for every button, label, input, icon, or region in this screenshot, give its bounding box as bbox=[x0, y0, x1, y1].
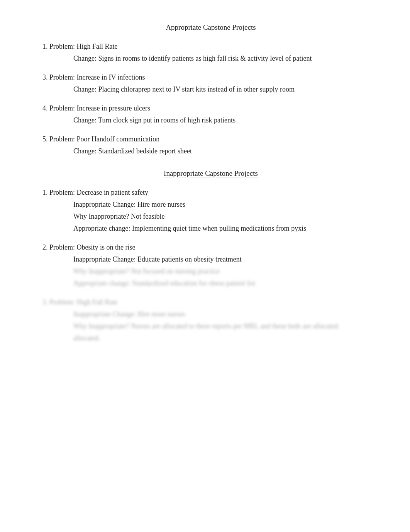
inappropriate-change-1: Inappropriate Change: Hire more nurses bbox=[73, 201, 379, 209]
inappropriate-problem-heading-3: 3. Problem: High Fall Rate bbox=[42, 298, 379, 306]
problem-heading-1: 1. Problem: High Fall Rate bbox=[42, 42, 379, 51]
appropriate-item-5: 5. Problem: Poor Handoff communication C… bbox=[42, 135, 379, 155]
inappropriate-change-3: Inappropriate Change: Hire more nurses bbox=[73, 310, 379, 318]
inappropriate-change-2: Inappropriate Change: Educate patients o… bbox=[73, 255, 379, 263]
change-line-1: Change: Signs in rooms to identify patie… bbox=[73, 54, 379, 63]
problem-heading-4: 4. Problem: Increase in pressure ulcers bbox=[42, 104, 379, 112]
inappropriate-item-2: 2. Problem: Obesity is on the rise Inapp… bbox=[42, 243, 379, 287]
appropriate-item-3: 3. Problem: Increase in IV infections Ch… bbox=[42, 73, 379, 93]
why-inappropriate-1: Why Inappropriate? Not feasible bbox=[73, 212, 379, 221]
inappropriate-problem-heading-1: 1. Problem: Decrease in patient safety bbox=[42, 189, 379, 197]
change-line-5: Change: Standardized bedside report shee… bbox=[73, 147, 379, 155]
inappropriate-item-1: 1. Problem: Decrease in patient safety I… bbox=[42, 189, 379, 233]
appropriate-change-1: Appropriate change: Implementing quiet t… bbox=[73, 224, 379, 233]
appropriate-item-1: 1. Problem: High Fall Rate Change: Signs… bbox=[42, 42, 379, 63]
why-inappropriate-3: Why Inappropriate? Nurses are allocated … bbox=[73, 322, 379, 330]
section-title-inappropriate: Inappropriate Capstone Projects bbox=[42, 169, 379, 178]
problem-heading-5: 5. Problem: Poor Handoff communication bbox=[42, 135, 379, 143]
change-line-4: Change: Turn clock sign put in rooms of … bbox=[73, 116, 379, 124]
inappropriate-problem-heading-2: 2. Problem: Obesity is on the rise bbox=[42, 243, 379, 252]
inappropriate-item-3: 3. Problem: High Fall Rate Inappropriate… bbox=[42, 298, 379, 342]
appropriate-change-3: allocated. bbox=[73, 334, 379, 342]
appropriate-change-2: Appropriate change: Standardized educati… bbox=[73, 279, 379, 287]
appropriate-item-4: 4. Problem: Increase in pressure ulcers … bbox=[42, 104, 379, 124]
why-inappropriate-2: Why Inappropriate? Not focused on nursin… bbox=[73, 267, 379, 275]
problem-heading-3: 3. Problem: Increase in IV infections bbox=[42, 73, 379, 82]
page-title: Appropriate Capstone Projects bbox=[42, 23, 379, 32]
change-line-3: Change: Placing chloraprep next to IV st… bbox=[73, 85, 379, 93]
